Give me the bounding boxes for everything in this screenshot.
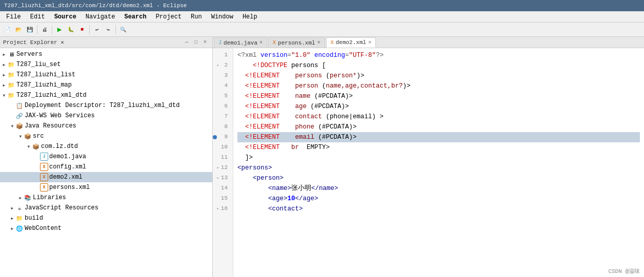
tab-demo2-label: demo2.xml bbox=[336, 39, 366, 46]
tree-item-t287_liuzhi_xml_dtd[interactable]: ▼📁T287_liuzhi_xml_dtd bbox=[0, 90, 212, 100]
menu-navigate[interactable]: Navigate bbox=[82, 12, 119, 22]
code-line-6: <!ELEMENT age (#PCDATA)> bbox=[237, 101, 640, 112]
menu-edit[interactable]: Edit bbox=[26, 12, 49, 22]
panel-controls: — □ × bbox=[183, 38, 209, 47]
toolbar-debug[interactable]: 🐛 bbox=[66, 25, 76, 35]
tree-item-persons.xml[interactable]: Xpersons.xml bbox=[0, 182, 212, 193]
project-explorer-panel: Project Explorer ✕ — □ × ▶🖥Servers▶📁T287… bbox=[0, 37, 213, 277]
toolbar-new[interactable]: 📄 bbox=[2, 25, 12, 35]
line-numbers: 1 2▸ 3 4 5 6 7 8 9 10 11 12▸ 13▸ 14 15 1… bbox=[213, 48, 233, 277]
ln-15: 15 bbox=[213, 194, 230, 204]
tree-item-t287_liu_set[interactable]: ▶📁T287_liu_set bbox=[0, 59, 212, 70]
minimize-button[interactable]: — bbox=[183, 38, 191, 47]
ln-13: 13▸ bbox=[213, 173, 230, 183]
ln-16: 16▸ bbox=[213, 204, 230, 214]
toolbar-redo[interactable]: ↪ bbox=[103, 25, 113, 35]
main-layout: Project Explorer ✕ — □ × ▶🖥Servers▶📁T287… bbox=[0, 37, 644, 277]
tab-demo2-close[interactable]: × bbox=[368, 40, 371, 46]
tree-item-demo1.java[interactable]: Jdemo1.java bbox=[0, 152, 212, 162]
code-line-7: <!ELEMENT contact (phone|email) > bbox=[237, 112, 640, 122]
ln-10: 10 bbox=[213, 142, 230, 153]
ln-4: 4 bbox=[213, 81, 230, 91]
tree-item-servers[interactable]: ▶🖥Servers bbox=[0, 49, 212, 59]
panel-header: Project Explorer ✕ — □ × bbox=[0, 37, 212, 48]
code-line-9: <!ELEMENT email (#PCDATA)> bbox=[237, 132, 640, 142]
code-line-5: <!ELEMENT name (#PCDATA)> bbox=[237, 91, 640, 101]
code-content[interactable]: <?xml version="1.0" encoding="UTF-8"?> <… bbox=[233, 48, 644, 277]
toolbar-stop[interactable]: ■ bbox=[77, 25, 87, 35]
code-line-12: <persons> bbox=[237, 163, 640, 173]
tree-item-webcontent[interactable]: ▶🌐WebContent bbox=[0, 223, 212, 233]
ln-9: 9 bbox=[213, 132, 230, 142]
menu-project[interactable]: Project bbox=[152, 12, 186, 22]
toolbar-sep2 bbox=[52, 25, 52, 34]
toolbar-undo[interactable]: ↩ bbox=[92, 25, 102, 35]
code-line-16: <contact> bbox=[237, 204, 640, 214]
tab-demo1-label: demo1.java bbox=[224, 40, 257, 46]
tab-persons-icon: X bbox=[273, 40, 276, 46]
tree-item-build[interactable]: ▶📁build bbox=[0, 213, 212, 223]
ln-5: 5 bbox=[213, 91, 230, 101]
ln-11: 11 bbox=[213, 153, 230, 163]
ln-12: 12▸ bbox=[213, 163, 230, 173]
ln-7: 7 bbox=[213, 112, 230, 122]
ln-8: 8 bbox=[213, 122, 230, 132]
tree-item-libraries[interactable]: ▶📚Libraries bbox=[0, 193, 212, 203]
code-line-15: <age>10</age> bbox=[237, 194, 640, 204]
menu-bar: File Edit Source Navigate Search Project… bbox=[0, 11, 644, 23]
menu-run[interactable]: Run bbox=[187, 12, 206, 22]
menu-file[interactable]: File bbox=[2, 12, 25, 22]
toolbar-sep4 bbox=[115, 25, 116, 34]
tree-item-src[interactable]: ▼📦src bbox=[0, 131, 212, 141]
tab-persons-close[interactable]: × bbox=[317, 40, 320, 46]
watermark: CSDN @溢味 bbox=[608, 267, 640, 275]
ln-2: 2▸ bbox=[213, 60, 230, 71]
menu-window[interactable]: Window bbox=[207, 12, 237, 22]
tabs-bar: J demo1.java × X persons.xml × X demo2.x… bbox=[213, 37, 644, 48]
toolbar-print[interactable]: 🖨 bbox=[39, 25, 50, 35]
menu-search[interactable]: Search bbox=[120, 12, 150, 22]
code-line-3: <!ELEMENT persons (person*)> bbox=[237, 71, 640, 81]
tab-demo2-icon: X bbox=[331, 40, 334, 46]
tab-persons[interactable]: X persons.xml × bbox=[268, 37, 325, 48]
tree-item-demo2.xml[interactable]: Xdemo2.xml bbox=[0, 172, 212, 182]
ln-6: 6 bbox=[213, 101, 230, 112]
tab-demo1[interactable]: J demo1.java × bbox=[214, 37, 267, 48]
toolbar-sep1 bbox=[37, 25, 37, 34]
menu-help[interactable]: Help bbox=[238, 12, 261, 22]
tree-item-t287_liuzhi_map[interactable]: ▶📁T287_liuzhi_map bbox=[0, 80, 212, 90]
editor-panel: J demo1.java × X persons.xml × X demo2.x… bbox=[213, 37, 644, 277]
toolbar-search[interactable]: 🔍 bbox=[118, 25, 128, 35]
ln-3: 3 bbox=[213, 71, 230, 81]
tree-item-java-resources[interactable]: ▼📦Java Resources bbox=[0, 121, 212, 131]
toolbar-run[interactable]: ▶ bbox=[54, 25, 65, 35]
maximize-button[interactable]: □ bbox=[192, 38, 200, 47]
ln-1: 1 bbox=[213, 50, 230, 60]
tree-item-deployment-descriptor:-t287_liuzhi_xml_dtd[interactable]: 📋Deployment Descriptor: T287_liuzhi_xml_… bbox=[0, 100, 212, 111]
tab-demo2[interactable]: X demo2.xml × bbox=[326, 37, 376, 48]
title-text: T287_liuzhi_xml_dtd/src/com/lz/dtd/demo2… bbox=[4, 3, 187, 9]
code-line-2: <!DOCTYPE persons [ bbox=[237, 60, 640, 71]
tree-item-javascript-resources[interactable]: ▶☕JavaScript Resources bbox=[0, 203, 212, 213]
code-line-14: <name>张小明</name> bbox=[237, 183, 640, 194]
menu-source[interactable]: Source bbox=[50, 12, 80, 22]
close-button[interactable]: × bbox=[201, 38, 209, 47]
tree-item-t287_liuzhi_list[interactable]: ▶📁T287_liuzhi_list bbox=[0, 70, 212, 80]
toolbar: 📄 📂 💾 🖨 ▶ 🐛 ■ ↩ ↪ 🔍 bbox=[0, 23, 644, 37]
tree-item-com.lz.dtd[interactable]: ▼📦com.lz.dtd bbox=[0, 141, 212, 152]
ln-14: 14 bbox=[213, 183, 230, 194]
tab-demo1-close[interactable]: × bbox=[259, 40, 263, 46]
code-line-10: <!ELEMENT br EMPTY> bbox=[237, 142, 640, 153]
code-line-13: <person> bbox=[237, 173, 640, 183]
toolbar-save[interactable]: 💾 bbox=[25, 25, 35, 35]
toolbar-sep3 bbox=[89, 25, 90, 34]
project-tree: ▶🖥Servers▶📁T287_liu_set▶📁T287_liuzhi_lis… bbox=[0, 48, 212, 277]
code-editor[interactable]: 1 2▸ 3 4 5 6 7 8 9 10 11 12▸ 13▸ 14 15 1… bbox=[213, 48, 644, 277]
toolbar-open[interactable]: 📂 bbox=[13, 25, 24, 35]
title-bar: T287_liuzhi_xml_dtd/src/com/lz/dtd/demo2… bbox=[0, 0, 644, 11]
tree-item-jax-ws-web-services[interactable]: 🔗JAX-WS Web Services bbox=[0, 111, 212, 121]
panel-title: Project Explorer ✕ bbox=[3, 39, 64, 46]
code-line-1: <?xml version="1.0" encoding="UTF-8"?> bbox=[237, 50, 640, 60]
code-line-4: <!ELEMENT person (name,age,contact,br?)> bbox=[237, 81, 640, 91]
tree-item-config.xml[interactable]: Xconfig.xml bbox=[0, 162, 212, 172]
